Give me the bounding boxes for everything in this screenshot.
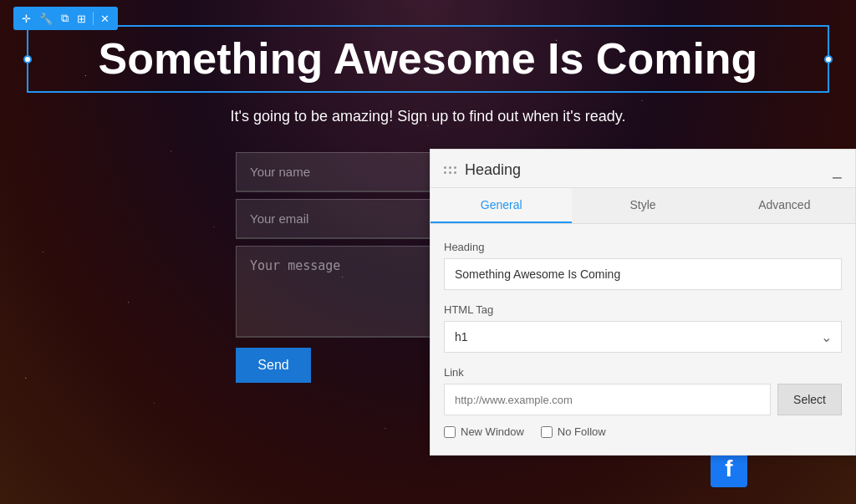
new-window-checkbox[interactable] [444,426,456,438]
toolbar-divider [93,12,94,25]
close-icon[interactable]: ✕ [97,11,113,27]
tab-general[interactable]: General [431,188,572,223]
subheading-text: It's going to be amazing! Sign up to fin… [231,108,626,125]
drag-dot [444,171,446,174]
tab-advanced[interactable]: Advanced [714,188,855,223]
panel-minimize-icon[interactable]: ⎯ [833,163,842,178]
new-window-label[interactable]: New Window [444,425,524,438]
new-window-text: New Window [461,425,524,438]
heading-element[interactable]: Something Awesome Is Coming [27,25,829,93]
panel-header: Heading ⎯ [431,150,855,188]
wrench-icon[interactable]: 🔧 [36,11,56,27]
heading-text: Something Awesome Is Coming [37,35,819,83]
link-input[interactable] [444,384,771,415]
checkbox-row: New Window No Follow [444,425,842,438]
copy-icon[interactable]: ⧉ [58,10,72,27]
panel-title: Heading [465,161,833,179]
panel-tabs: General Style Advanced [431,188,855,224]
no-follow-label[interactable]: No Follow [541,425,606,438]
html-tag-select-wrapper: h1 h2 h3 h4 h5 h6 div span p ⌄ [444,321,842,353]
drag-dot [454,166,456,169]
heading-field-label: Heading [444,241,842,253]
tab-style[interactable]: Style [572,188,713,223]
handle-right[interactable] [824,55,833,64]
drag-dot [449,171,451,174]
drag-dot [449,166,451,169]
heading-field-input[interactable] [444,258,842,290]
select-button[interactable]: Select [777,384,842,415]
element-toolbar: ✛ 🔧 ⧉ ⊞ ✕ [13,7,118,30]
grid-icon[interactable]: ⊞ [74,11,89,27]
link-row: Select [444,384,842,415]
html-tag-select[interactable]: h1 h2 h3 h4 h5 h6 div span p [444,321,842,353]
move-icon[interactable]: ✛ [18,11,34,27]
link-label: Link [444,366,842,379]
facebook-icon[interactable]: f [711,451,747,487]
handle-left[interactable] [23,55,32,64]
send-button[interactable]: Send [236,348,311,383]
panel-drag-handle[interactable] [444,166,456,174]
no-follow-checkbox[interactable] [541,426,553,438]
heading-panel: Heading ⎯ General Style Advanced Heading… [430,149,856,456]
panel-body: Heading HTML Tag h1 h2 h3 h4 h5 h6 div s… [431,224,855,455]
drag-dot [454,171,456,174]
no-follow-text: No Follow [558,425,606,438]
drag-dot [444,166,446,169]
html-tag-label: HTML Tag [444,303,842,316]
